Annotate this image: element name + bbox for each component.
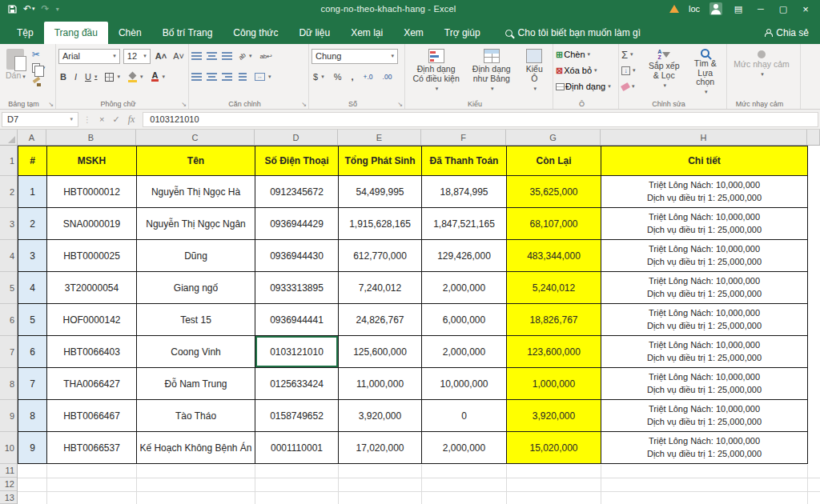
middle-align-button[interactable] [207,52,217,60]
cell-C6[interactable]: Test 15 [137,304,255,336]
cell-H4[interactable]: Triệt Lông Nách: 10,000,000Dịch vụ điều … [601,240,808,272]
underline-button[interactable]: U [83,72,98,82]
font-name-select[interactable]: Arial [58,49,120,64]
font-size-select[interactable]: 12 [123,49,151,64]
cell-styles-button[interactable]: Kiểu Ô [518,47,550,97]
header-cell-B1[interactable]: MSKH [47,146,137,176]
cell-C10[interactable]: Kế Hoạch Không Bệnh Án [137,432,255,464]
cell-H3[interactable]: Triệt Lông Nách: 10,000,000Dịch vụ điều … [601,208,808,240]
cell-D9[interactable]: 0158749652 [255,400,339,432]
cell-D8[interactable]: 0125633424 [255,368,339,400]
cell-E8[interactable]: 11,000,000 [339,368,422,400]
cell-F7[interactable]: 2,000,000 [422,336,507,368]
format-painter-button[interactable] [32,75,46,89]
column-header-G[interactable]: G [506,130,601,145]
row-header-11[interactable]: 11 [0,464,17,478]
cell-E5[interactable]: 7,240,012 [339,272,422,304]
sensitivity-button[interactable]: Mức nhạy cảm [730,49,794,79]
comma-style-button[interactable]: , [349,72,355,82]
row-header-13[interactable]: 13 [0,491,17,504]
font-color-button[interactable]: A [150,72,167,82]
cell-F4[interactable]: 129,426,000 [422,240,507,272]
tab-trang-đầu[interactable]: Trang đầu [44,22,108,44]
row-header-12[interactable]: 12 [0,478,17,491]
maximize-button[interactable]: ▢ [777,4,790,14]
name-box[interactable]: D7 ▾ [2,112,78,127]
cell-B7[interactable]: HBT0066403 [47,336,137,368]
column-header-overflow[interactable] [807,130,820,145]
cell-G7[interactable]: 123,600,000 [507,336,601,368]
bottom-align-button[interactable] [222,52,232,60]
cell-F2[interactable]: 18,874,995 [422,176,507,208]
cell-C3[interactable]: Nguyễn Thị Ngọc Ngân [137,208,255,240]
column-header-E[interactable]: E [338,130,421,145]
align-left-button[interactable] [191,73,202,81]
undo-button[interactable]: ↶▾ [23,3,35,14]
row-header-9[interactable]: 9 [0,400,17,432]
cell-G10[interactable]: 15,020,000 [507,432,601,464]
cell-F6[interactable]: 6,000,000 [422,304,507,336]
italic-button[interactable]: I [73,72,78,82]
cell-D5[interactable]: 0933313895 [255,272,339,304]
tab-chèn[interactable]: Chèn [108,22,152,44]
cell-E2[interactable]: 54,499,995 [339,176,422,208]
cell-B10[interactable]: HBT0066537 [47,432,137,464]
cell-E4[interactable]: 612,770,000 [339,240,422,272]
column-header-F[interactable]: F [421,130,506,145]
select-all-corner[interactable] [0,130,18,145]
cell-A6[interactable]: 5 [18,304,47,336]
tab-trợ-giúp[interactable]: Trợ giúp [434,22,491,44]
cell-B6[interactable]: HOF0000142 [47,304,137,336]
redo-button[interactable]: ↷ [42,3,50,14]
cell-C2[interactable]: Nguyễn Thị Ngọc Hà [137,176,255,208]
cell-A5[interactable]: 4 [18,272,47,304]
cell-D10[interactable]: 0001110001 [255,432,339,464]
save-button[interactable] [8,5,17,14]
cell-A4[interactable]: 3 [18,240,47,272]
cell-A7[interactable]: 6 [18,336,47,368]
header-cell-H1[interactable]: Chi tiết [601,146,808,176]
row-header-2[interactable]: 2 [0,176,17,208]
cell-H7[interactable]: Triệt Lông Nách: 10,000,000Dịch vụ điều … [601,336,808,368]
row-header-6[interactable]: 6 [0,304,17,336]
wrap-text-button[interactable]: ab↩ [258,53,274,60]
increase-decimal-button[interactable]: +.0 [361,73,374,81]
cell-A8[interactable]: 7 [18,368,47,400]
column-header-A[interactable]: A [18,130,46,145]
cell-C5[interactable]: Giang ngố [137,272,255,304]
share-button[interactable]: Chia sẻ [764,22,820,44]
format-cells-button[interactable]: Định dạng [556,79,616,94]
cell-F10[interactable]: 2,000,000 [422,432,507,464]
warning-icon[interactable] [669,5,679,13]
cell-G6[interactable]: 18,826,767 [507,304,601,336]
row-header-4[interactable]: 4 [0,240,17,272]
row-header-8[interactable]: 8 [0,368,17,400]
cell-H9[interactable]: Triệt Lông Nách: 10,000,000Dịch vụ điều … [601,400,808,432]
merge-center-button[interactable]: ↔ [253,73,273,81]
tab-công-thức[interactable]: Công thức [223,22,288,44]
header-cell-F1[interactable]: Đã Thanh Toán [422,146,507,176]
cell-D2[interactable]: 0912345672 [255,176,339,208]
cell-E6[interactable]: 24,826,767 [339,304,422,336]
tab-dữ-liệu[interactable]: Dữ liệu [288,22,340,44]
column-header-D[interactable]: D [255,130,338,145]
cell-B8[interactable]: THA0066427 [47,368,137,400]
cut-button[interactable]: ✂ [32,47,46,61]
user-name[interactable]: loc [689,4,700,14]
fill-button[interactable]: ↓ [621,63,641,78]
orientation-button[interactable]: ab [237,53,253,60]
fill-color-button[interactable] [127,73,145,82]
header-cell-A1[interactable]: # [18,146,47,176]
sort-filter-button[interactable]: AZ Sắp xếp & Lọc [644,47,684,97]
cell-C8[interactable]: Đỗ Nam Trung [137,368,255,400]
header-cell-E1[interactable]: Tổng Phát Sinh [339,146,422,176]
font-dialog-launcher[interactable]: ↘ [181,101,187,108]
tab-bố-trí-trang[interactable]: Bố trí Trang [152,22,223,44]
clipboard-dialog-launcher[interactable]: ↘ [48,101,54,108]
grow-font-button[interactable]: A˄ [154,51,168,61]
row-header-10[interactable]: 10 [0,432,17,464]
cell-D6[interactable]: 0936944441 [255,304,339,336]
decrease-decimal-button[interactable]: .00 [381,73,394,81]
cell-A2[interactable]: 1 [18,176,47,208]
cell-E10[interactable]: 17,020,000 [339,432,422,464]
